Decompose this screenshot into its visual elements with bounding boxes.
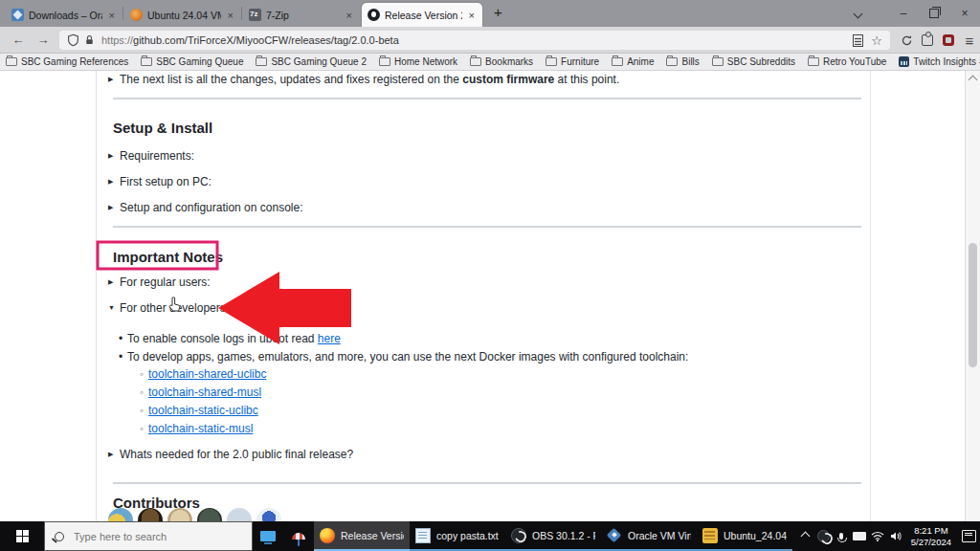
browser-tab-bar: Downloads – Oracle VM Virtua × Ubuntu 24…	[0, 0, 980, 27]
close-button[interactable]: ×	[949, 0, 980, 27]
back-button[interactable]: ←	[8, 31, 29, 50]
speaker-icon	[890, 531, 902, 541]
github-favicon	[368, 9, 380, 21]
puzzle-piece-icon	[922, 34, 933, 46]
search-input[interactable]	[72, 530, 229, 543]
taskbar-search-box[interactable]	[44, 521, 253, 551]
uboot-console-logs-item: •To enable console logs in uboot read he…	[119, 332, 341, 345]
toolchain-static-uclibc-link[interactable]: toolchain-static-uclibc	[148, 404, 258, 417]
bookmark-folder[interactable]: SBC Gaming Queue 2	[256, 56, 367, 67]
bookmark-folder[interactable]: SBC Gaming Queue	[141, 56, 243, 67]
regular-users-collapsible[interactable]: ▶For regular users:	[108, 276, 211, 289]
scrollbar-thumb[interactable]	[969, 243, 977, 367]
first-setup-collapsible[interactable]: ▶First setup on PC:	[108, 175, 212, 188]
toolchain-shared-uclibc-link[interactable]: toolchain-shared-uclibc	[148, 367, 266, 381]
tab-close-icon[interactable]: ×	[467, 10, 477, 21]
bookmark-folder[interactable]: Home Network	[379, 56, 457, 67]
start-button[interactable]	[0, 521, 44, 551]
tray-expand-button[interactable]	[796, 533, 814, 540]
list-all-tabs-button[interactable]	[842, 0, 873, 27]
bookmark-folder[interactable]: SBC Subreddits	[712, 56, 795, 67]
action-center-button[interactable]	[957, 530, 980, 542]
wifi-icon	[871, 531, 884, 541]
console-setup-collapsible[interactable]: ▶Setup and configuration on console:	[108, 201, 302, 214]
taskbar-button-vm-file[interactable]: Ubuntu_24.04_VB_...	[697, 521, 792, 551]
tab-close-icon[interactable]: ×	[226, 10, 235, 21]
bookmark-folder[interactable]: Bills	[666, 56, 699, 67]
tray-volume[interactable]	[887, 531, 905, 541]
divider	[113, 482, 861, 484]
taskbar-clock[interactable]: 8:21 PM 5/27/2024	[905, 525, 957, 548]
here-link[interactable]: here	[318, 332, 341, 345]
triangle-collapsed-icon: ▶	[108, 204, 120, 211]
tray-battery[interactable]	[851, 532, 869, 540]
vertical-scrollbar[interactable]	[965, 71, 980, 521]
folder-icon	[546, 57, 557, 66]
taskbar-button-firefox[interactable]: Release Version 2...	[314, 521, 410, 551]
minimize-button[interactable]: –	[888, 0, 919, 27]
tab-release-version-active[interactable]: Release Version 2.0.0 Beta (Pre- ×	[362, 3, 482, 27]
tray-wifi[interactable]	[869, 531, 887, 541]
taskbar-button-obs[interactable]: OBS 30.1.2 - Profil...	[505, 521, 601, 551]
bookmark-twitch-insights[interactable]: Twitch Insights - Twitc...	[899, 56, 980, 67]
final-release-collapsible[interactable]: ▶Whats needed for the 2.0 public final r…	[108, 448, 353, 461]
quick-launch-app[interactable]	[283, 521, 314, 551]
taskbar-button-notepad[interactable]: copy pasta.txt - N...	[410, 521, 505, 551]
firefox-icon	[320, 528, 335, 543]
extension-addon-button[interactable]	[938, 31, 959, 50]
system-tray: 8:21 PM 5/27/2024	[796, 521, 980, 551]
url-bar[interactable]: https://github.com/TriForceX/MiyooCFW/re…	[59, 31, 890, 50]
search-icon	[55, 532, 64, 541]
tray-microphone[interactable]	[833, 533, 851, 540]
battery-icon	[853, 532, 866, 540]
tray-obs[interactable]	[814, 530, 833, 542]
toolchain-shared-musl-link[interactable]: toolchain-shared-musl	[148, 386, 261, 399]
extensions-button[interactable]	[917, 31, 938, 50]
intro-collapsible[interactable]: ▶The next list is all the changes, updat…	[108, 73, 619, 86]
virtualbox-favicon	[11, 9, 24, 21]
reader-mode-icon	[853, 34, 863, 47]
other-developers-collapsible[interactable]: ▼For other developers:	[108, 301, 229, 315]
bookmark-folder[interactable]: SBC Gaming References	[6, 56, 128, 67]
forward-button[interactable]: →	[33, 31, 54, 50]
tab-title: Downloads – Oracle VM Virtua	[29, 10, 102, 21]
tab-ubuntu-vm-images[interactable]: Ubuntu 24.04 VM Images | Ubu ×	[124, 3, 241, 27]
reload-button[interactable]	[896, 31, 917, 50]
quick-launch-pc[interactable]	[253, 521, 283, 551]
divider	[113, 98, 861, 99]
new-tab-button[interactable]: +	[486, 3, 510, 21]
reload-icon	[901, 34, 913, 47]
bookmark-folder[interactable]: Anime	[612, 56, 654, 67]
tab-downloads-virtualbox[interactable]: Downloads – Oracle VM Virtua ×	[6, 3, 122, 27]
shield-icon[interactable]	[67, 33, 79, 47]
bookmark-folder[interactable]: Bookmarks	[470, 56, 533, 67]
tab-close-icon[interactable]: ×	[345, 10, 354, 21]
toolchain-static-musl-link[interactable]: toolchain-static-musl	[148, 422, 253, 435]
tab-close-icon[interactable]: ×	[107, 10, 117, 21]
page-viewport: ▶The next list is all the changes, updat…	[0, 71, 980, 521]
reader-mode-button[interactable]	[853, 34, 863, 47]
folder-icon	[6, 57, 17, 66]
requirements-collapsible[interactable]: ▶Requirements:	[108, 149, 194, 163]
bookmark-star-button[interactable]: ☆	[871, 33, 882, 48]
chevron-up-icon	[800, 532, 810, 541]
umbrella-app-icon	[292, 533, 305, 540]
folder-icon	[379, 57, 390, 66]
toolchain-item: ◦toolchain-static-musl	[140, 422, 253, 435]
obs-tray-icon	[817, 530, 830, 542]
setup-install-heading: Setup & Install	[113, 120, 212, 136]
app-menu-button[interactable]: ≡	[959, 31, 980, 50]
restore-button[interactable]	[919, 0, 949, 27]
tab-7zip[interactable]: 7-Zip ×	[243, 3, 360, 27]
folder-icon	[666, 57, 678, 66]
taskbar-button-virtualbox[interactable]: Oracle VM Virtual...	[601, 521, 697, 551]
important-notes-heading: Important Notes	[113, 249, 223, 265]
bookmark-folder[interactable]: Retro YouTube	[808, 56, 886, 67]
obs-icon	[511, 528, 526, 543]
windows-logo-icon	[16, 530, 29, 542]
scroll-up-icon[interactable]	[969, 76, 978, 85]
url-text[interactable]: https://github.com/TriForceX/MiyooCFW/re…	[101, 34, 853, 46]
bookmark-folder[interactable]: Furniture	[546, 56, 599, 67]
vm-file-icon	[702, 528, 718, 543]
triangle-collapsed-icon: ▶	[108, 152, 120, 160]
